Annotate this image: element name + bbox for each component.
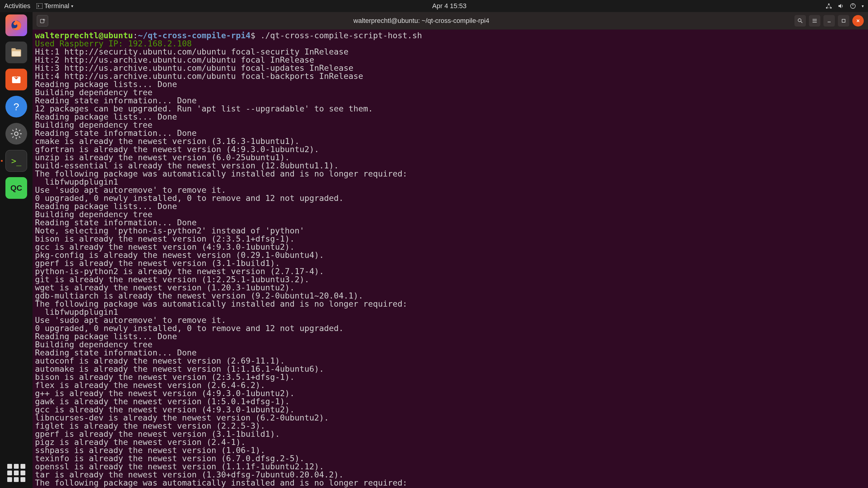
terminal-output-line: Use 'sudo apt autoremove' to remove it.	[35, 316, 866, 324]
terminal-output-line: gfortran is already the newest version (…	[35, 145, 866, 153]
window-title: walterprechtl@ubuntu: ~/qt-cross-compile…	[48, 17, 795, 25]
terminal-output-line: gperf is already the newest version (3.1…	[35, 430, 866, 438]
terminal-headerbar: walterprechtl@ubuntu: ~/qt-cross-compile…	[33, 12, 868, 30]
terminal-output-line: Reading package lists... Done	[35, 80, 866, 88]
terminal-body[interactable]: walterprechtl@ubuntu:~/qt-cross-compile-…	[33, 30, 868, 488]
terminal-icon	[36, 3, 42, 9]
terminal-output-line: build-essential is already the newest ve…	[35, 161, 866, 170]
volume-icon[interactable]	[838, 3, 844, 9]
terminal-output-line: git is already the newest version (1:2.2…	[35, 275, 866, 284]
dock-settings[interactable]	[5, 123, 27, 144]
svg-point-23	[798, 19, 801, 22]
terminal-output-line: 0 upgraded, 0 newly installed, 0 to remo…	[35, 194, 866, 202]
terminal-output-line: Hit:2 http://us.archive.ubuntu.com/ubunt…	[35, 56, 866, 64]
terminal-output-line: Reading package lists... Done	[35, 113, 866, 121]
terminal-output-line: Reading package lists... Done	[35, 332, 866, 340]
terminal-output-line: tar is already the newest version (1.30+…	[35, 470, 866, 479]
minimize-button[interactable]	[824, 15, 835, 27]
raspberry-ip-line: Used Raspberry IP: 192.168.2.108	[35, 39, 866, 47]
terminal-output-line: Building dependency tree	[35, 88, 866, 96]
dock-files[interactable]	[5, 41, 27, 63]
svg-rect-8	[11, 48, 16, 51]
terminal-output-line: gcc is already the newest version (4:9.3…	[35, 243, 866, 251]
dock-software-center[interactable]	[5, 69, 27, 90]
terminal-output-line: gdb-multiarch is already the newest vers…	[35, 292, 866, 300]
app-menu[interactable]: Terminal ▾	[36, 2, 73, 10]
terminal-output-line: openssl is already the newest version (1…	[35, 462, 866, 470]
terminal-output-line: cmake is already the newest version (3.1…	[35, 137, 866, 145]
terminal-output-line: The following package was automatically …	[35, 170, 866, 178]
svg-line-17	[19, 136, 20, 138]
terminal-output-line: flex is already the newest version (2.6.…	[35, 381, 866, 389]
terminal-output-line: wget is already the newest version (1.20…	[35, 284, 866, 292]
terminal-output-line: figlet is already the newest version (2.…	[35, 422, 866, 430]
terminal-output-line: libfwupdplugin1	[35, 178, 866, 186]
app-menu-label: Terminal	[44, 2, 69, 10]
terminal-output-line: Hit:1 http://security.ubuntu.com/ubuntu …	[35, 47, 866, 56]
svg-rect-0	[36, 3, 42, 9]
terminal-output-line: Reading state information... Done	[35, 96, 866, 104]
hamburger-menu[interactable]	[809, 15, 820, 27]
svg-rect-9	[12, 51, 21, 56]
terminal-output-line: 0 upgraded, 0 newly installed, 0 to remo…	[35, 324, 866, 332]
search-button[interactable]	[795, 15, 806, 27]
dock-qtcreator[interactable]: QC	[5, 177, 27, 199]
terminal-output-line: Building dependency tree	[35, 121, 866, 129]
terminal-output-line: automake is already the newest version (…	[35, 365, 866, 373]
terminal-output-line: Note, selecting 'python-is-python2' inst…	[35, 227, 866, 235]
terminal-output-line: 12 packages can be upgraded. Run 'apt li…	[35, 104, 866, 113]
terminal-output-line: Reading package lists... Done	[35, 202, 866, 210]
terminal-output-line: bison is already the newest version (2:3…	[35, 373, 866, 381]
terminal-output-line: bison is already the newest version (2:3…	[35, 235, 866, 243]
terminal-output-line: sshpass is already the newest version (1…	[35, 446, 866, 454]
terminal-output-line: Hit:4 http://us.archive.ubuntu.com/ubunt…	[35, 72, 866, 80]
maximize-button[interactable]	[838, 15, 849, 27]
terminal-output-line: pkg-config is already the newest version…	[35, 251, 866, 259]
terminal-output-line: g++ is already the newest version (4:9.3…	[35, 389, 866, 397]
prompt-line: walterprechtl@ubuntu:~/qt-cross-compile-…	[35, 31, 866, 39]
terminal-output-line: Building dependency tree	[35, 210, 866, 218]
svg-line-16	[12, 130, 13, 131]
terminal-output-line: The following package was automatically …	[35, 479, 866, 487]
terminal-output-line: Reading state information... Done	[35, 218, 866, 227]
terminal-output-line: autoconf is already the newest version (…	[35, 357, 866, 365]
svg-rect-29	[842, 19, 845, 22]
show-applications[interactable]	[7, 464, 25, 482]
terminal-output-line: The following package was automatically …	[35, 300, 866, 308]
dock-help[interactable]: ?	[5, 96, 27, 118]
terminal-output-line: texinfo is already the newest version (6…	[35, 454, 866, 462]
svg-point-11	[14, 132, 18, 135]
terminal-output-line: Reading state information... Done	[35, 129, 866, 137]
terminal-output-line: pigz is already the newest version (2.4-…	[35, 438, 866, 446]
svg-line-24	[801, 22, 802, 23]
new-tab-button[interactable]	[37, 15, 48, 27]
svg-line-19	[19, 130, 20, 131]
terminal-output-line: unzip is already the newest version (6.0…	[35, 153, 866, 161]
terminal-output-line: gcc is already the newest version (4:9.3…	[35, 405, 866, 414]
terminal-output-line: python-is-python2 is already the newest …	[35, 267, 866, 275]
dock-terminal[interactable]: >_	[5, 150, 27, 172]
terminal-output-line: gperf is already the newest version (3.1…	[35, 259, 866, 267]
activities-button[interactable]: Activities	[4, 2, 30, 10]
dock: ? >_ QC	[0, 12, 33, 488]
chevron-down-icon: ▾	[71, 4, 73, 8]
gnome-topbar: Activities Terminal ▾ Apr 4 15:53 ▾	[0, 0, 868, 12]
terminal-output-line: libncurses-dev is already the newest ver…	[35, 414, 866, 422]
close-button[interactable]	[852, 15, 864, 27]
terminal-output-line: gawk is already the newest version (1:5.…	[35, 397, 866, 405]
terminal-output-line: Building dependency tree	[35, 340, 866, 349]
terminal-output-line: libfwupdplugin1	[35, 308, 866, 316]
network-icon[interactable]	[826, 3, 832, 9]
power-icon[interactable]	[849, 3, 856, 9]
terminal-output-line: Reading state information... Done	[35, 349, 866, 357]
system-menu-chevron-icon[interactable]: ▾	[862, 4, 864, 8]
terminal-output-line: Hit:3 http://us.archive.ubuntu.com/ubunt…	[35, 64, 866, 72]
clock[interactable]: Apr 4 15:53	[73, 2, 826, 10]
dock-firefox[interactable]	[5, 14, 27, 36]
terminal-output-line: Use 'sudo apt autoremove' to remove it.	[35, 186, 866, 194]
svg-line-18	[12, 136, 13, 138]
